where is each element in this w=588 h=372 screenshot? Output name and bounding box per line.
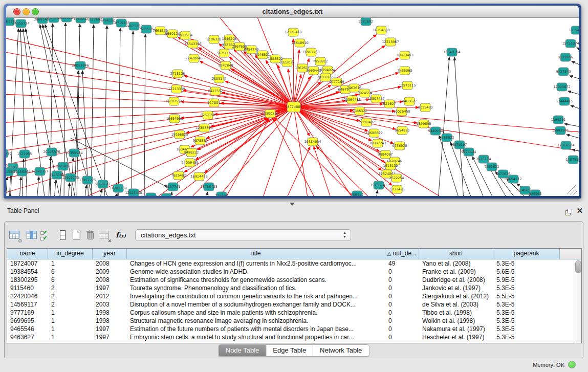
- graph-node[interactable]: 7625402: [171, 171, 186, 180]
- table-row[interactable]: 1456911722003Disruption of a novel membe…: [7, 300, 581, 309]
- table-row[interactable]: 1938455462009Genome-wide association stu…: [7, 268, 581, 276]
- graph-node[interactable]: 12213339: [168, 85, 185, 93]
- graph-node[interactable]: 6879197: [452, 141, 467, 149]
- graph-node[interactable]: 15992971: [552, 126, 569, 135]
- graph-node[interactable]: 15720407: [358, 118, 375, 126]
- graph-node[interactable]: 10807487: [367, 95, 384, 103]
- graph-node[interactable]: 1615132: [383, 162, 398, 170]
- graph-node[interactable]: 917004: [208, 99, 221, 107]
- table-row[interactable]: 1872400712008Changes of HCN gene express…: [7, 259, 581, 268]
- graph-node[interactable]: 9975887: [56, 162, 71, 170]
- table-options-button[interactable]: ⚙: [8, 229, 22, 243]
- graph-node[interactable]: 9474444: [462, 148, 476, 156]
- column-header-short[interactable]: short: [419, 249, 493, 259]
- graph-node[interactable]: 17957225: [79, 176, 96, 184]
- graph-node[interactable]: 1733426: [390, 185, 405, 193]
- graph-node[interactable]: 18807243: [369, 139, 386, 147]
- tab-node-table[interactable]: Node Table: [219, 345, 267, 356]
- show-columns-button[interactable]: [26, 229, 39, 243]
- citation-network-graph[interactable]: 1232541916640910169617587955812832203713…: [6, 18, 579, 196]
- close-panel-icon[interactable]: ✕: [576, 206, 583, 215]
- graph-node[interactable]: 12444415: [556, 97, 573, 105]
- graph-node[interactable]: 10688609: [365, 129, 382, 137]
- graph-node[interactable]: 1527602: [88, 18, 102, 24]
- graph-node[interactable]: 7485063: [398, 67, 412, 75]
- column-header-in-degree[interactable]: in_degree: [48, 249, 93, 259]
- graph-node[interactable]: 16961758: [302, 48, 319, 56]
- column-header-year[interactable]: year: [93, 249, 127, 259]
- column-header-name[interactable]: name: [7, 249, 48, 259]
- graph-node[interactable]: 1115480: [569, 26, 579, 34]
- graph-node[interactable]: 621607: [383, 100, 396, 108]
- graph-node[interactable]: 9242848: [219, 61, 233, 70]
- graph-node[interactable]: 25166950: [6, 149, 12, 158]
- graph-node[interactable]: 16640910: [291, 39, 308, 47]
- table-row[interactable]: 977716911998Corpus callosum shape and si…: [7, 309, 581, 317]
- table-select[interactable]: citations_edges.txt ▲▼: [135, 229, 351, 241]
- graph-node[interactable]: 7955812: [313, 57, 328, 65]
- graph-node[interactable]: 9227343: [556, 68, 571, 76]
- graph-node[interactable]: 9129966: [558, 53, 573, 61]
- graph-node[interactable]: 15136141: [370, 181, 387, 189]
- graph-node[interactable]: 1980212: [74, 18, 89, 23]
- function-builder-button[interactable]: f(x): [115, 229, 128, 243]
- tab-edge-table[interactable]: Edge Table: [266, 345, 313, 356]
- graph-node[interactable]: 9858107: [96, 180, 111, 188]
- graph-node[interactable]: 9990443: [307, 67, 321, 75]
- graph-node[interactable]: 9440934: [428, 127, 443, 135]
- graph-node[interactable]: 9899695: [417, 120, 431, 128]
- graph-node[interactable]: 9912954: [178, 31, 193, 39]
- graph-node[interactable]: 2718126: [170, 70, 185, 78]
- graph-node[interactable]: 729105: [215, 192, 228, 196]
- window-resize-grip[interactable]: [567, 185, 577, 195]
- graph-node[interactable]: 9654923: [395, 126, 410, 135]
- table-row[interactable]: 2242004622012Investigating the contribut…: [7, 292, 581, 300]
- graph-node[interactable]: 10025458: [393, 107, 410, 116]
- delete-column-button[interactable]: [84, 229, 98, 243]
- column-header-pagerank[interactable]: pagerank: [493, 249, 560, 259]
- table-row[interactable]: 946554611997Estimation of the future num…: [7, 325, 581, 333]
- graph-node[interactable]: 9777169: [330, 78, 344, 86]
- graph-node[interactable]: 16648784: [443, 48, 460, 56]
- graph-node[interactable]: 15716485: [200, 183, 217, 191]
- graph-node[interactable]: 16154838: [373, 26, 389, 34]
- graph-node[interactable]: 924565: [529, 190, 542, 196]
- graph-node[interactable]: 2803144: [212, 75, 227, 83]
- graph-node[interactable]: 10973493: [396, 51, 413, 59]
- graph-node[interactable]: 1588520: [268, 55, 283, 63]
- graph-node[interactable]: 2935114: [476, 155, 491, 163]
- graph-node[interactable]: 7386322: [353, 107, 367, 115]
- graph-node[interactable]: 16107554: [165, 97, 182, 105]
- graph-node[interactable]: 22420046: [185, 54, 202, 62]
- graph-node[interactable]: 9498222: [184, 148, 199, 157]
- network-canvas[interactable]: 1232541916640910169617587955812832203713…: [6, 18, 579, 196]
- tab-network-table[interactable]: Network Table: [313, 345, 368, 356]
- graph-node[interactable]: 19384554: [304, 138, 321, 146]
- graph-node[interactable]: 8427552: [208, 87, 223, 95]
- graph-node[interactable]: 15751074: [562, 39, 579, 48]
- table-row[interactable]: 969969511998Structural magnetic resonanc…: [7, 317, 581, 325]
- graph-node[interactable]: 16543396: [184, 40, 201, 48]
- table-scrollbar[interactable]: [574, 259, 581, 343]
- graph-node[interactable]: 12923448: [125, 189, 142, 196]
- memory-status-dot[interactable]: [568, 361, 576, 368]
- graph-node[interactable]: 19166825: [171, 130, 188, 139]
- table-scrollbar-thumb[interactable]: [575, 260, 581, 273]
- graph-node[interactable]: 163201: [160, 193, 173, 196]
- graph-node[interactable]: 12093872: [553, 83, 570, 91]
- float-panel-icon[interactable]: [565, 209, 572, 215]
- table-row[interactable]: 1830029562008Estimation of significance …: [7, 276, 581, 284]
- graph-node[interactable]: 2522254: [389, 174, 404, 182]
- graph-node[interactable]: 9756928: [393, 142, 407, 150]
- graph-node[interactable]: 20206576: [43, 148, 60, 156]
- graph-node[interactable]: 9115460: [418, 103, 433, 112]
- graph-node[interactable]: 1199291: [551, 116, 566, 124]
- graph-node[interactable]: 9878832: [193, 137, 208, 145]
- graph-node[interactable]: 2087682: [359, 18, 374, 26]
- graph-node[interactable]: 19654985: [166, 115, 183, 123]
- graph-node[interactable]: 12325419: [285, 28, 301, 36]
- split-rows-button[interactable]: [56, 229, 70, 243]
- graph-node[interactable]: 12973115: [399, 81, 416, 90]
- graph-node[interactable]: 8267150: [201, 111, 215, 119]
- graph-node[interactable]: 5675685: [217, 49, 232, 57]
